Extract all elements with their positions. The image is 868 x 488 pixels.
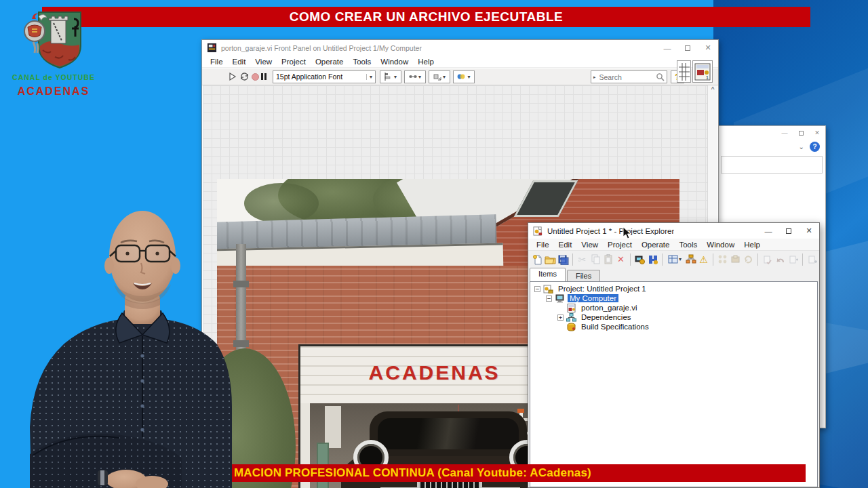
tab-items[interactable]: Items bbox=[530, 268, 566, 281]
tree-item-label: Project: Untitled Project 1 bbox=[556, 285, 648, 293]
help-icon[interactable]: ? bbox=[810, 142, 820, 152]
resolve-conflicts-icon[interactable] bbox=[716, 253, 729, 266]
project-explorer-tabs: ItemsFiles bbox=[530, 268, 818, 281]
vi-icon-pane[interactable]: 1 bbox=[692, 60, 713, 83]
close-icon[interactable]: ✕ bbox=[698, 40, 718, 56]
font-selector-value: 15pt Application Font bbox=[276, 73, 342, 81]
commit-icon[interactable] bbox=[761, 253, 774, 266]
menu-tools[interactable]: Tools bbox=[348, 57, 376, 66]
maximize-icon[interactable] bbox=[778, 223, 799, 239]
close-icon[interactable]: ✕ bbox=[799, 223, 819, 239]
new-vi-icon[interactable] bbox=[531, 253, 544, 266]
build-specifications-icon bbox=[566, 323, 576, 331]
menu-window[interactable]: Window bbox=[702, 240, 739, 249]
address-bar[interactable] bbox=[721, 156, 823, 174]
menu-edit[interactable]: Edit bbox=[554, 240, 577, 249]
abort-icon[interactable] bbox=[252, 70, 259, 83]
font-selector[interactable]: 15pt Application Font ▾ bbox=[273, 70, 376, 83]
run-icon[interactable] bbox=[228, 70, 237, 83]
pause-icon[interactable] bbox=[261, 70, 267, 83]
search-input[interactable] bbox=[598, 73, 656, 82]
chevron-down-icon[interactable]: ▾ bbox=[366, 74, 372, 80]
menu-file[interactable]: File bbox=[532, 240, 554, 249]
revert-icon[interactable] bbox=[806, 253, 818, 266]
front-panel-titlebar[interactable]: porton_garaje.vi Front Panel on Untitled… bbox=[202, 40, 718, 56]
view-columns-dropdown[interactable]: ▾ bbox=[665, 253, 684, 266]
wall-heater bbox=[325, 406, 341, 448]
run-continuous-icon[interactable] bbox=[239, 70, 250, 83]
video-frame: porton_garaje.vi Front Panel on Untitled… bbox=[0, 0, 868, 488]
menu-help[interactable]: Help bbox=[739, 240, 765, 249]
ribbon-row: ⌄ ? bbox=[718, 140, 825, 153]
menu-window[interactable]: Window bbox=[376, 57, 413, 66]
warning-icon[interactable]: ⚠ bbox=[697, 253, 710, 266]
maximize-icon[interactable] bbox=[793, 126, 809, 140]
menu-help[interactable]: Help bbox=[413, 57, 439, 66]
menu-file[interactable]: File bbox=[205, 57, 228, 66]
delete-icon[interactable]: ✕ bbox=[614, 253, 627, 266]
scroll-up-icon[interactable]: ^ bbox=[708, 85, 717, 95]
collapse-icon[interactable]: − bbox=[534, 286, 540, 292]
channel-line1: CANAL de YOUTUBE bbox=[9, 73, 98, 81]
undo-icon[interactable] bbox=[774, 253, 787, 266]
tree-item-my-computer[interactable]: −My Computer bbox=[530, 293, 817, 303]
expand-icon[interactable]: + bbox=[557, 314, 564, 321]
presenter bbox=[19, 203, 236, 488]
bottom-banner-text: MACION PROFESIONAL CONTINUA (Canal Youtu… bbox=[234, 466, 591, 480]
maximize-icon[interactable] bbox=[677, 40, 698, 56]
menu-operate[interactable]: Operate bbox=[637, 240, 675, 249]
minimize-icon[interactable]: — bbox=[758, 223, 778, 239]
project-explorer-titlebar[interactable]: Untitled Project 1 * - Project Explorer … bbox=[528, 223, 819, 239]
menu-project[interactable]: Project bbox=[603, 240, 637, 249]
cut-icon[interactable]: ✂ bbox=[576, 253, 589, 266]
acadenas-crest-icon bbox=[18, 8, 89, 70]
tree-item-build-specifications[interactable]: Build Specifications bbox=[530, 322, 817, 331]
collapse-icon[interactable]: − bbox=[546, 296, 552, 302]
minimize-icon[interactable]: — bbox=[657, 40, 677, 56]
menu-edit[interactable]: Edit bbox=[228, 57, 251, 66]
reorder-dropdown[interactable]: ▾ bbox=[453, 70, 475, 83]
menu-operate[interactable]: Operate bbox=[311, 57, 349, 66]
file-explorer-titlebar[interactable]: — ✕ bbox=[718, 126, 825, 140]
chevron-down-icon[interactable]: ⌄ bbox=[799, 143, 804, 150]
tree-item-label: porton_garaje.vi bbox=[579, 304, 639, 312]
menu-view[interactable]: View bbox=[250, 57, 277, 66]
menu-view[interactable]: View bbox=[576, 240, 603, 249]
project-explorer-menubar: FileEditViewProjectOperateToolsWindowHel… bbox=[528, 239, 819, 251]
top-title-banner: COMO CREAR UN ARCHIVO EJECUTABLE bbox=[42, 7, 810, 27]
search-box[interactable]: ▸ bbox=[591, 70, 667, 83]
target-settings-icon[interactable] bbox=[633, 253, 646, 266]
distribute-objects-dropdown[interactable]: ▾ bbox=[404, 70, 426, 83]
save-run-icon[interactable] bbox=[646, 253, 659, 266]
project-explorer-window: Untitled Project 1 * - Project Explorer … bbox=[528, 222, 820, 488]
menu-tools[interactable]: Tools bbox=[674, 240, 702, 249]
front-panel-title: porton_garaje.vi Front Panel on Untitled… bbox=[221, 44, 422, 52]
front-panel-menubar: FileEditViewProjectOperateToolsWindowHel… bbox=[202, 56, 718, 68]
close-icon[interactable]: ✕ bbox=[809, 126, 825, 140]
tree-item-project-untitled-project-1[interactable]: −Project: Untitled Project 1 bbox=[530, 284, 817, 293]
update-icon[interactable] bbox=[787, 253, 800, 266]
search-side-icon[interactable]: ▸ bbox=[593, 75, 596, 80]
labview-project-icon bbox=[533, 226, 543, 236]
save-all-icon[interactable] bbox=[557, 253, 570, 266]
top-banner-text: COMO CREAR UN ARCHIVO EJECUTABLE bbox=[290, 9, 563, 24]
tree-item-label: Build Specifications bbox=[579, 323, 651, 331]
build-icon[interactable] bbox=[729, 253, 742, 266]
connector-pane-icon[interactable] bbox=[677, 60, 691, 83]
open-project-icon[interactable] bbox=[544, 253, 557, 266]
tab-files[interactable]: Files bbox=[567, 270, 600, 282]
menu-project[interactable]: Project bbox=[277, 57, 311, 66]
tree-item-label: Dependencies bbox=[579, 313, 633, 321]
copy-icon[interactable] bbox=[589, 253, 601, 266]
connector-pane-area: 1 bbox=[675, 60, 713, 83]
tree-item-dependencies[interactable]: +Dependencies bbox=[530, 312, 817, 322]
resize-objects-dropdown[interactable]: ▾ bbox=[429, 70, 450, 83]
refresh-icon[interactable] bbox=[742, 253, 755, 266]
tree-item-porton-garaje-vi[interactable]: porton_garaje.vi bbox=[530, 303, 817, 312]
windshield bbox=[378, 418, 519, 449]
my-computer-icon bbox=[555, 294, 565, 303]
hierarchy-icon[interactable] bbox=[684, 253, 697, 266]
align-objects-dropdown[interactable]: ▾ bbox=[380, 70, 401, 83]
paste-icon[interactable] bbox=[601, 253, 614, 266]
minimize-icon[interactable]: — bbox=[776, 126, 793, 140]
